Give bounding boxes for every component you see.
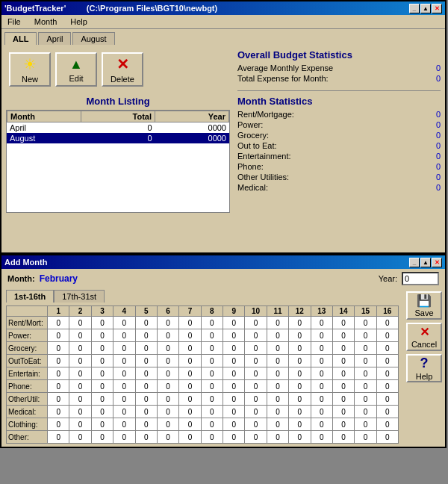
cell-9-15[interactable] <box>376 431 398 444</box>
cell-1-0[interactable] <box>48 329 69 342</box>
input-1-11[interactable] <box>289 329 310 341</box>
cell-8-5[interactable] <box>157 418 178 431</box>
cell-2-2[interactable] <box>91 342 113 355</box>
input-9-15[interactable] <box>377 431 398 443</box>
cell-0-14[interactable] <box>355 317 376 329</box>
cell-1-12[interactable] <box>311 329 332 342</box>
input-9-4[interactable] <box>136 431 157 443</box>
tab-august[interactable]: August <box>72 32 114 45</box>
input-8-4[interactable] <box>136 418 157 430</box>
cell-0-9[interactable] <box>245 317 267 329</box>
input-5-4[interactable] <box>136 380 157 392</box>
cell-5-15[interactable] <box>376 380 398 393</box>
cell-7-0[interactable] <box>48 406 69 418</box>
cell-5-11[interactable] <box>289 380 311 393</box>
cell-7-2[interactable] <box>91 406 113 418</box>
input-6-10[interactable] <box>267 393 288 405</box>
input-8-1[interactable] <box>69 418 90 430</box>
cell-7-9[interactable] <box>245 406 267 418</box>
input-8-0[interactable] <box>48 418 69 430</box>
cell-6-9[interactable] <box>245 393 267 406</box>
cell-3-10[interactable] <box>267 355 288 367</box>
input-1-3[interactable] <box>113 329 134 341</box>
cell-5-0[interactable] <box>48 380 69 393</box>
cell-3-13[interactable] <box>332 355 354 367</box>
input-6-0[interactable] <box>48 393 69 405</box>
cell-0-5[interactable] <box>157 317 178 329</box>
input-5-7[interactable] <box>202 380 223 392</box>
cell-6-0[interactable] <box>48 393 69 406</box>
cell-8-15[interactable] <box>376 418 398 431</box>
input-3-7[interactable] <box>202 355 223 367</box>
input-8-10[interactable] <box>267 418 288 430</box>
input-1-4[interactable] <box>136 329 157 341</box>
input-0-3[interactable] <box>113 317 134 329</box>
input-3-14[interactable] <box>355 355 376 367</box>
input-0-9[interactable] <box>245 317 266 329</box>
input-2-5[interactable] <box>158 342 178 354</box>
cell-8-11[interactable] <box>289 418 311 431</box>
table-row[interactable]: August 0 0000 <box>7 133 229 143</box>
cell-5-7[interactable] <box>201 380 223 393</box>
tab-all[interactable]: ALL <box>4 32 37 45</box>
cell-4-3[interactable] <box>113 367 135 380</box>
cell-4-10[interactable] <box>267 367 288 380</box>
input-2-3[interactable] <box>113 342 134 354</box>
input-9-0[interactable] <box>48 431 69 443</box>
cell-8-0[interactable] <box>48 418 69 431</box>
cell-2-10[interactable] <box>267 342 288 355</box>
cell-0-13[interactable] <box>332 317 354 329</box>
cell-0-10[interactable] <box>267 317 288 329</box>
cell-6-4[interactable] <box>135 393 157 406</box>
cell-0-11[interactable] <box>289 317 311 329</box>
cell-2-12[interactable] <box>311 342 332 355</box>
cell-7-5[interactable] <box>157 406 178 418</box>
cell-8-9[interactable] <box>245 418 267 431</box>
input-7-0[interactable] <box>48 406 69 418</box>
input-1-1[interactable] <box>69 329 90 341</box>
input-8-5[interactable] <box>158 418 178 430</box>
cell-9-13[interactable] <box>332 431 354 444</box>
add-maximize-button[interactable]: ▲ <box>420 258 431 267</box>
input-5-6[interactable] <box>179 380 200 392</box>
cell-7-6[interactable] <box>179 406 201 418</box>
cell-0-4[interactable] <box>135 317 157 329</box>
cell-1-6[interactable] <box>179 329 201 342</box>
cell-1-10[interactable] <box>267 329 288 342</box>
cell-9-8[interactable] <box>223 431 245 444</box>
input-9-5[interactable] <box>158 431 178 443</box>
input-4-1[interactable] <box>69 367 90 379</box>
cell-9-9[interactable] <box>245 431 267 444</box>
input-6-8[interactable] <box>223 393 244 405</box>
cell-9-7[interactable] <box>201 431 223 444</box>
year-input[interactable] <box>402 272 439 285</box>
cell-7-3[interactable] <box>113 406 135 418</box>
cell-3-9[interactable] <box>245 355 267 367</box>
input-7-1[interactable] <box>69 406 90 418</box>
cell-5-3[interactable] <box>113 380 135 393</box>
cell-5-8[interactable] <box>223 380 245 393</box>
input-1-14[interactable] <box>355 329 376 341</box>
input-1-13[interactable] <box>333 329 354 341</box>
input-6-4[interactable] <box>136 393 157 405</box>
cell-3-2[interactable] <box>91 355 113 367</box>
cell-3-15[interactable] <box>376 355 398 367</box>
input-9-11[interactable] <box>289 431 310 443</box>
cell-0-6[interactable] <box>179 317 201 329</box>
cell-2-8[interactable] <box>223 342 245 355</box>
cell-1-15[interactable] <box>376 329 398 342</box>
save-button[interactable]: 💾 Save <box>406 291 442 320</box>
input-7-6[interactable] <box>179 406 200 418</box>
input-7-7[interactable] <box>202 406 223 418</box>
cell-5-13[interactable] <box>332 380 354 393</box>
input-5-1[interactable] <box>69 380 90 392</box>
input-3-11[interactable] <box>289 355 310 367</box>
input-8-11[interactable] <box>289 418 310 430</box>
input-3-2[interactable] <box>92 355 113 367</box>
cell-1-4[interactable] <box>135 329 157 342</box>
cell-3-14[interactable] <box>355 355 376 367</box>
cell-4-7[interactable] <box>201 367 223 380</box>
input-2-6[interactable] <box>179 342 200 354</box>
cell-8-14[interactable] <box>355 418 376 431</box>
cell-9-12[interactable] <box>311 431 332 444</box>
